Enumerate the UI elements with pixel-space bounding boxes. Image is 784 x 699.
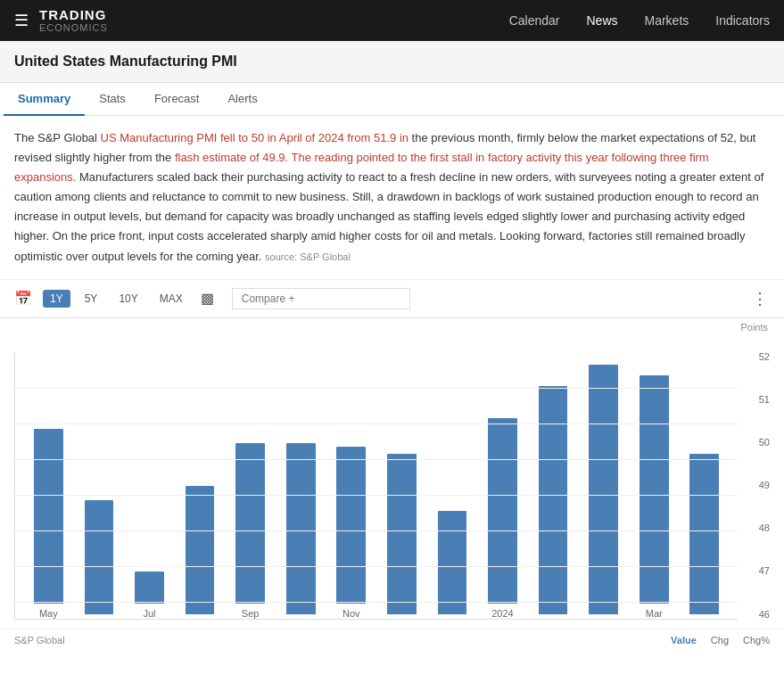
bar[interactable] bbox=[286, 443, 316, 614]
logo-trading: TRADING bbox=[39, 8, 108, 23]
bar-group bbox=[176, 352, 225, 619]
period-5y[interactable]: 5Y bbox=[78, 290, 105, 308]
logo: TRADING ECONOMICS bbox=[39, 8, 108, 34]
bar[interactable] bbox=[488, 418, 517, 604]
bar-group bbox=[681, 352, 730, 619]
header: ☰ TRADING ECONOMICS Calendar News Market… bbox=[0, 0, 784, 41]
period-10y[interactable]: 10Y bbox=[111, 290, 144, 308]
bar-group: Sep bbox=[226, 352, 275, 619]
y-axis-tick: 50 bbox=[759, 438, 770, 448]
bar[interactable] bbox=[85, 500, 114, 614]
calendar-icon[interactable]: 📅 bbox=[11, 288, 36, 308]
footer-source: S&P Global bbox=[14, 635, 65, 646]
bar[interactable] bbox=[135, 572, 164, 604]
bar-group bbox=[276, 352, 326, 619]
grid-line bbox=[15, 424, 738, 424]
summary-text: The S&P Global US Manufacturing PMI fell… bbox=[0, 116, 784, 280]
nav: Calendar News Markets Indicators bbox=[509, 13, 770, 28]
grid-line bbox=[15, 495, 738, 496]
title-bar: United States Manufacturing PMI bbox=[0, 41, 784, 83]
grid-line bbox=[15, 530, 738, 531]
bar-group: Mar bbox=[630, 352, 679, 619]
bar-group bbox=[529, 352, 578, 619]
chart-container: MayJulSepNov2024Mar 52515049484746 bbox=[14, 334, 770, 620]
more-icon[interactable]: ⋮ bbox=[747, 287, 773, 310]
nav-markets[interactable]: Markets bbox=[645, 13, 689, 28]
bar[interactable] bbox=[589, 365, 618, 614]
chart-bars: MayJulSepNov2024Mar bbox=[15, 352, 738, 619]
bar[interactable] bbox=[387, 454, 417, 614]
tab-stats[interactable]: Stats bbox=[85, 83, 140, 116]
nav-calendar[interactable]: Calendar bbox=[509, 13, 560, 28]
source-label: source: S&P Global bbox=[265, 251, 351, 262]
bar-group: 2024 bbox=[478, 352, 527, 619]
y-axis-tick: 46 bbox=[759, 610, 770, 620]
footer-value-label: Value bbox=[671, 635, 697, 646]
footer-chgpct-label: Chg% bbox=[743, 635, 770, 646]
footer-chg-label: Chg bbox=[711, 635, 729, 646]
bar-label: Mar bbox=[646, 608, 663, 619]
tab-forecast[interactable]: Forecast bbox=[140, 83, 214, 116]
y-axis-tick: 52 bbox=[759, 352, 770, 362]
chart-footer-right: Value Chg Chg% bbox=[671, 635, 770, 646]
compare-input[interactable] bbox=[232, 288, 410, 309]
y-axis: 52515049484746 bbox=[738, 352, 770, 620]
page-title: United States Manufacturing PMI bbox=[14, 53, 770, 70]
bar-group: Jul bbox=[125, 352, 174, 619]
y-axis-label: Points bbox=[14, 318, 770, 334]
y-axis-tick: 51 bbox=[759, 395, 770, 405]
chart-inner: MayJulSepNov2024Mar bbox=[14, 352, 738, 620]
bar[interactable] bbox=[640, 375, 669, 604]
summary-body: The S&P Global US Manufacturing PMI fell… bbox=[14, 131, 763, 263]
grid-line bbox=[15, 566, 738, 567]
grid-line bbox=[15, 459, 738, 460]
bar-label: Nov bbox=[342, 608, 360, 619]
grid-line bbox=[15, 602, 738, 603]
bar[interactable] bbox=[539, 386, 568, 614]
bar-label: May bbox=[39, 608, 58, 619]
bar-chart-icon[interactable]: ▩ bbox=[197, 288, 218, 308]
bar-group: May bbox=[24, 352, 73, 619]
period-max[interactable]: MAX bbox=[153, 290, 190, 308]
bar-label: Sep bbox=[242, 608, 260, 619]
bar-label: Jul bbox=[143, 608, 155, 619]
y-axis-tick: 47 bbox=[759, 566, 770, 576]
tab-summary[interactable]: Summary bbox=[4, 83, 85, 116]
y-axis-tick: 49 bbox=[759, 481, 770, 490]
bar-group bbox=[377, 352, 426, 619]
bar[interactable] bbox=[34, 429, 63, 604]
chart-footer: S&P Global Value Chg Chg% bbox=[0, 629, 784, 651]
logo-economics: ECONOMICS bbox=[39, 22, 108, 33]
bar-group bbox=[75, 352, 124, 619]
nav-indicators[interactable]: Indicators bbox=[715, 13, 770, 28]
period-1y[interactable]: 1Y bbox=[43, 290, 70, 308]
nav-news[interactable]: News bbox=[586, 13, 617, 28]
chart-area: Points MayJulSepNov2024Mar 5251504948474… bbox=[0, 318, 784, 629]
bar[interactable] bbox=[235, 443, 265, 604]
grid-line bbox=[15, 388, 738, 389]
tab-alerts[interactable]: Alerts bbox=[213, 83, 271, 116]
bar-label: 2024 bbox=[491, 608, 513, 619]
tabs: Summary Stats Forecast Alerts bbox=[0, 83, 784, 116]
menu-icon[interactable]: ☰ bbox=[14, 11, 29, 30]
bar[interactable] bbox=[336, 447, 366, 604]
bar-group: Nov bbox=[326, 352, 375, 619]
y-axis-tick: 48 bbox=[759, 523, 770, 533]
bar[interactable] bbox=[438, 511, 467, 614]
bar[interactable] bbox=[186, 486, 215, 614]
chart-toolbar: 📅 1Y 5Y 10Y MAX ▩ ⋮ bbox=[0, 280, 784, 318]
bar[interactable] bbox=[689, 454, 719, 614]
bar-group bbox=[428, 352, 477, 619]
bar-group bbox=[579, 352, 628, 619]
